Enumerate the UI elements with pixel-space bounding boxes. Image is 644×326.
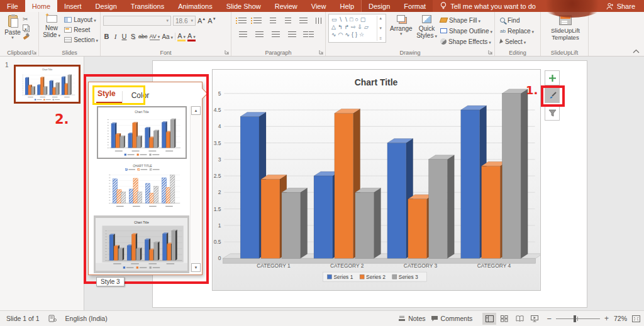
section-button[interactable]: Section — [64, 35, 98, 44]
shape-glyph-icon[interactable]: ∿ — [345, 31, 350, 38]
grow-font-button[interactable]: A▲ — [197, 17, 206, 24]
text-shadow-button[interactable]: S — [130, 33, 136, 40]
shape-glyph-icon[interactable]: ◠ — [338, 31, 344, 38]
layout-button[interactable]: Layout — [64, 15, 98, 24]
shape-glyph-icon[interactable]: ⇨ — [351, 23, 357, 31]
ribbon-tab-slide-show[interactable]: Slide Show — [219, 0, 268, 12]
select-button[interactable]: Select — [500, 37, 538, 46]
main-chart[interactable]: 00.511.522.533.544.55CATEGORY 1CATEGORY … — [213, 70, 540, 290]
shape-effects-button[interactable]: Shape Effects — [440, 37, 492, 46]
align-left-button[interactable] — [238, 30, 248, 39]
dialog-launcher-icon[interactable] — [32, 50, 37, 55]
font-size-combobox[interactable]: 18.6▾ — [173, 16, 196, 26]
character-spacing-button[interactable]: AV — [150, 33, 160, 40]
zoom-out-button[interactable]: − — [547, 314, 552, 323]
shape-glyph-icon[interactable]: ∖ — [344, 16, 348, 23]
increase-indent-button[interactable] — [284, 16, 293, 25]
strikethrough-button[interactable]: abc — [138, 33, 148, 40]
shape-glyph-icon[interactable]: ∿ — [331, 31, 337, 38]
reading-view-button[interactable] — [513, 313, 526, 325]
shapes-more-icon[interactable]: ≡ — [379, 36, 382, 40]
zoom-slider-handle[interactable] — [574, 315, 576, 322]
decrease-indent-button[interactable] — [268, 16, 277, 25]
shape-fill-button[interactable]: Shape Fill — [440, 16, 492, 24]
shape-glyph-icon[interactable]: △ — [331, 23, 336, 31]
shape-glyph-icon[interactable]: ∖ — [339, 16, 343, 23]
shape-glyph-icon[interactable]: ▱ — [364, 23, 369, 31]
panel-scrollbar[interactable]: ▲ ▼ — [190, 106, 201, 272]
shape-outline-button[interactable]: Shape Outline — [440, 26, 492, 35]
slide-thumbnail[interactable]: Chart Title — [14, 65, 80, 104]
shape-glyph-icon[interactable]: ↰ — [338, 23, 343, 31]
normal-view-button[interactable] — [482, 313, 496, 325]
fit-slide-to-window-icon[interactable] — [632, 315, 640, 322]
paste-button[interactable]: Paste — [3, 14, 23, 48]
quick-styles-button[interactable]: Quick Styles — [416, 14, 437, 48]
shapes-scroll-up-icon[interactable]: ▲ — [379, 16, 382, 20]
scroll-up-button[interactable]: ▲ — [191, 106, 201, 115]
style-option-1[interactable]: Chart Title — [97, 106, 187, 159]
chart-object[interactable]: 00.511.522.533.544.55CATEGORY 1CATEGORY … — [212, 69, 541, 291]
shape-glyph-icon[interactable]: ▭ — [331, 16, 338, 23]
slide-show-button[interactable] — [528, 313, 541, 325]
change-case-button[interactable]: Aa — [162, 33, 173, 40]
shape-glyph-icon[interactable]: } — [355, 31, 358, 38]
ribbon-tab-animations[interactable]: Animations — [171, 0, 219, 12]
dialog-launcher-icon[interactable] — [488, 50, 493, 55]
font-color-button[interactable]: A — [187, 32, 196, 41]
zoom-in-button[interactable]: + — [604, 314, 609, 323]
align-right-button[interactable] — [270, 30, 281, 39]
bold-button[interactable]: B — [103, 33, 110, 40]
contextual-tab-design[interactable]: Design — [362, 0, 397, 12]
numbering-button[interactable] — [253, 16, 262, 25]
shape-glyph-icon[interactable]: ○ — [355, 16, 358, 23]
columns-button[interactable] — [303, 30, 314, 39]
zoom-slider[interactable] — [556, 318, 600, 319]
highlight-color-button[interactable]: A — [177, 32, 186, 41]
ribbon-tab-review[interactable]: Review — [268, 0, 304, 12]
dialog-launcher-icon[interactable] — [319, 50, 324, 55]
ribbon-tab-file[interactable]: File — [0, 0, 25, 12]
slide-sorter-view-button[interactable] — [497, 313, 511, 325]
tab-color[interactable]: Color — [122, 91, 156, 104]
underline-button[interactable]: U — [121, 33, 128, 40]
ribbon-tab-home[interactable]: Home — [25, 0, 57, 12]
shape-glyph-icon[interactable]: ☆ — [359, 31, 365, 38]
arrange-button[interactable]: Arrange — [389, 14, 413, 48]
new-slide-button[interactable]: New Slide — [42, 14, 62, 48]
ribbon-tab-help[interactable]: Help — [333, 0, 361, 12]
tab-style[interactable]: Style — [96, 89, 122, 104]
ribbon-tab-insert[interactable]: Insert — [57, 0, 89, 12]
align-center-button[interactable] — [254, 30, 265, 39]
shape-glyph-icon[interactable]: ⇩ — [358, 23, 364, 31]
share-button[interactable]: Share — [597, 0, 644, 12]
ribbon-tab-view[interactable]: View — [304, 0, 333, 12]
cut-button[interactable]: ✂ — [23, 16, 30, 23]
copy-button[interactable] — [23, 24, 28, 31]
shape-glyph-icon[interactable]: ▢ — [360, 16, 367, 23]
dialog-launcher-icon[interactable] — [225, 50, 230, 55]
chart-filters-button[interactable] — [545, 106, 560, 121]
justify-button[interactable] — [287, 30, 297, 39]
format-painter-button[interactable] — [23, 33, 30, 40]
shape-glyph-icon[interactable]: { — [352, 31, 354, 38]
contextual-tab-format[interactable]: Format — [397, 0, 433, 12]
slide[interactable]: 00.511.522.533.544.55CATEGORY 1CATEGORY … — [153, 61, 587, 307]
slideuplift-templates-button[interactable]: SlideUpLift Templates — [543, 14, 587, 48]
language-indicator[interactable]: English (India) — [65, 315, 108, 322]
notes-button[interactable]: Notes — [398, 315, 425, 322]
style-option-2[interactable]: CHART TITLE — [100, 163, 185, 213]
shapes-gallery[interactable]: ▭∖∖□○▢△↰↱⇨⇩▱∿◠∿{}☆ ▲ ▼ ≡ — [328, 14, 386, 43]
shape-glyph-icon[interactable]: ↱ — [344, 23, 350, 31]
replace-button[interactable]: abReplace — [500, 26, 538, 35]
shrink-font-button[interactable]: A▼ — [208, 17, 216, 24]
tell-me-box[interactable]: Tell me what you want to do — [433, 0, 543, 12]
font-name-combobox[interactable]: ▾ — [103, 16, 171, 26]
find-button[interactable]: Find — [500, 16, 538, 24]
line-spacing-button[interactable] — [299, 16, 308, 25]
scroll-down-button[interactable]: ▼ — [191, 263, 201, 272]
ribbon-tab-transitions[interactable]: Transitions — [124, 0, 171, 12]
style-option-3[interactable]: Chart Title — [94, 215, 189, 273]
reset-button[interactable]: Reset — [64, 25, 98, 34]
shape-glyph-icon[interactable]: □ — [350, 16, 353, 23]
